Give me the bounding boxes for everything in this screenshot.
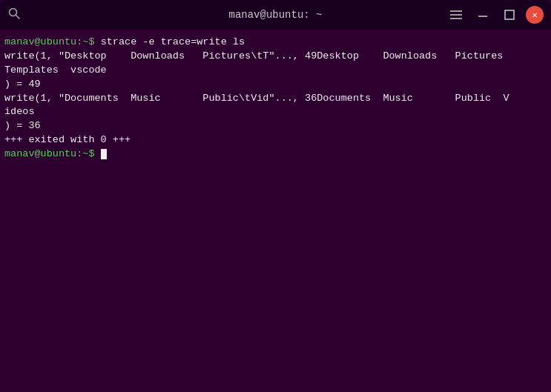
svg-rect-6: [505, 10, 514, 19]
maximize-button[interactable]: [499, 4, 520, 25]
command-text: strace -e trace=write ls: [101, 36, 245, 47]
prompt: manav@ubuntu:~$: [4, 36, 101, 47]
window-title: manav@ubuntu: ~: [228, 9, 322, 21]
cursor: [101, 149, 107, 159]
minimize-button[interactable]: [472, 4, 493, 25]
titlebar-controls: ✕: [446, 4, 544, 25]
final-prompt: manav@ubuntu:~$: [4, 148, 101, 159]
output-line-6: ) = 36: [4, 119, 547, 133]
output-line-4: write(1, "Documents Music Public\tVid"..…: [4, 92, 547, 106]
terminal-body[interactable]: manav@ubuntu:~$ strace -e trace=write ls…: [0, 30, 551, 392]
output-line-3: ) = 49: [4, 78, 547, 92]
titlebar-left: [7, 7, 21, 24]
output-line-7: +++ exited with 0 +++: [4, 133, 547, 147]
search-icon[interactable]: [7, 7, 21, 24]
terminal-window: manav@ubuntu: ~ ✕ mana: [0, 0, 551, 392]
prompt-line: manav@ubuntu:~$: [4, 147, 547, 162]
titlebar: manav@ubuntu: ~ ✕: [0, 0, 551, 30]
output-line-5: ideos: [4, 105, 547, 119]
menu-button[interactable]: [446, 4, 466, 25]
command-line: manav@ubuntu:~$ strace -e trace=write ls: [4, 36, 547, 50]
output-line-2: Templates vscode: [4, 64, 547, 78]
close-button[interactable]: ✕: [526, 6, 544, 24]
svg-line-1: [16, 15, 20, 19]
output-line-1: write(1, "Desktop Downloads Pictures\tT"…: [4, 50, 547, 64]
